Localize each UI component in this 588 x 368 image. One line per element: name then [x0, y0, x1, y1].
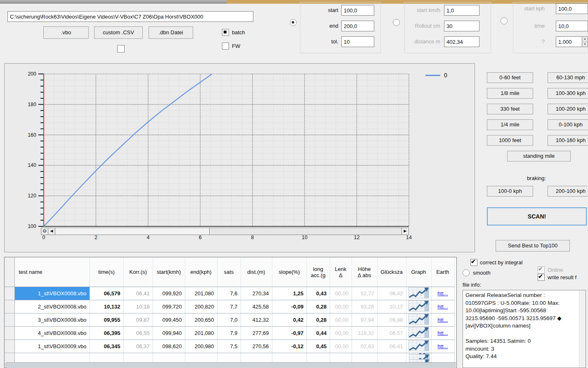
cell-glueck[interactable]: 10,17: [377, 300, 406, 313]
rollout-cm-input[interactable]: [444, 21, 479, 31]
cell-longacc[interactable]: 0,44: [307, 327, 330, 340]
cell-name[interactable]: 4_st\VBOX0008.vbo: [14, 327, 90, 340]
cell-time[interactable]: 06,395: [90, 327, 123, 340]
column-header-long-acc-g[interactable]: long acc.(g: [307, 257, 330, 287]
cell-lenk[interactable]: 00,00: [330, 300, 352, 313]
cell-korr[interactable]: 06,55: [123, 327, 153, 340]
quick-1000-feet-button[interactable]: 1000 feet: [487, 135, 533, 146]
graph-icon[interactable]: [409, 313, 429, 325]
cell-hoehe[interactable]: 02,63: [352, 340, 377, 353]
cell-slope[interactable]: 0,42: [272, 313, 307, 327]
quick-100-160-kph-button[interactable]: 100-160 kph: [548, 135, 588, 146]
cell-graph[interactable]: [406, 327, 431, 340]
cell-hoehe[interactable]: 93,28: [352, 300, 377, 313]
cell-name[interactable]: 2_st\VBOX0008.vbo: [14, 300, 90, 313]
quick-quarter-mile-button[interactable]: 1/4 mile: [487, 119, 533, 130]
column-header-graph[interactable]: Graph: [406, 257, 431, 287]
cell-graph[interactable]: [406, 287, 431, 300]
scan-button[interactable]: SCAN!: [487, 207, 587, 226]
start-input[interactable]: [341, 5, 374, 16]
quick-100-200-kph-button[interactable]: 100-200 kph: [548, 104, 588, 114]
distance-m-input[interactable]: [444, 36, 479, 47]
cell-glueck[interactable]: 09,88: [377, 313, 406, 327]
cell-lenk[interactable]: 00,00: [330, 313, 352, 327]
cell-start[interactable]: 099,940: [153, 327, 185, 340]
cell-time[interactable]: 06,579: [90, 287, 123, 300]
graph-icon[interactable]: [409, 287, 429, 299]
cell-korr[interactable]: 06,41: [123, 287, 153, 300]
column-header-slope-[interactable]: slope(%): [272, 257, 307, 287]
row-header-cell[interactable]: [5, 327, 14, 340]
tol-input[interactable]: [341, 36, 374, 47]
cell-start[interactable]: 099,720: [153, 300, 185, 313]
quick-eighth-mile-button[interactable]: 1/8 mile: [487, 88, 533, 99]
cell-end[interactable]: 201,080: [185, 287, 217, 300]
quick-60-130-mph-button[interactable]: 60-130 mph: [548, 72, 588, 83]
batch-checkbox[interactable]: [222, 29, 229, 36]
row-header-cell[interactable]: [5, 300, 14, 313]
spinner-up-icon[interactable]: ▲: [582, 37, 588, 42]
chart-scroll-left-button[interactable]: ◀: [48, 228, 55, 235]
cell-longacc[interactable]: 0,28: [307, 300, 330, 313]
cell-start[interactable]: 099,450: [153, 313, 185, 327]
start-kph-input[interactable]: [556, 3, 588, 14]
graph-icon[interactable]: [409, 300, 429, 312]
row-header-cell[interactable]: [5, 340, 14, 353]
column-header-end-kph-[interactable]: end(kph): [185, 257, 217, 287]
rollout-radio[interactable]: [393, 19, 400, 26]
graph-icon[interactable]: [409, 340, 429, 351]
smooth-radio[interactable]: [463, 269, 470, 276]
column-header-dist-m-[interactable]: dist.(m): [241, 257, 272, 287]
question-input[interactable]: [556, 36, 582, 47]
standing-mile-button[interactable]: standing mile: [507, 151, 571, 161]
cell-hoehe[interactable]: 118,32: [352, 327, 377, 340]
cell-dist[interactable]: 425,58: [241, 300, 272, 313]
cell-slope[interactable]: -0,09: [272, 300, 307, 313]
speed-range-radio[interactable]: [290, 19, 297, 26]
speed-chart-panel[interactable]: 10012014016018020002468101214 0 ⊖ ◀ ▶: [4, 63, 475, 252]
cell-hoehe[interactable]: 52,77: [352, 287, 377, 300]
cell-end[interactable]: 201,080: [185, 327, 217, 340]
cell-graph[interactable]: [406, 313, 431, 327]
cell-end[interactable]: 200,650: [185, 313, 217, 327]
chart-scroll-right-button[interactable]: ▶: [401, 228, 409, 235]
cell-name[interactable]: 1_st\VBOX0008.vbo: [14, 287, 90, 300]
question-spinner[interactable]: ▲ ▼: [582, 36, 588, 47]
cell-sats[interactable]: 7,6: [217, 287, 241, 300]
cell-start[interactable]: 098,620: [153, 340, 185, 353]
graph-icon[interactable]: [409, 327, 429, 338]
cell-graph[interactable]: [406, 300, 431, 313]
cell-lenk[interactable]: 00,00: [330, 340, 352, 353]
cell-longacc[interactable]: 0,43: [307, 287, 330, 300]
cell-lenk[interactable]: 00,00: [330, 287, 352, 300]
column-header-glücksza[interactable]: Glücksza: [377, 257, 406, 287]
chart-scrollbar-thumb[interactable]: [55, 228, 210, 235]
earth-link[interactable]: htt...: [437, 330, 448, 336]
cell-longacc[interactable]: 0,45: [307, 340, 330, 353]
dbn-datei-button[interactable]: .dbn Datei: [149, 26, 193, 39]
column-header-start-kmh-[interactable]: start(kmh): [153, 257, 185, 287]
column-header-sats[interactable]: sats: [217, 257, 241, 287]
quick-0-100-kph-button[interactable]: 0-100 kph: [548, 119, 588, 130]
cell-korr[interactable]: 09,87: [123, 313, 153, 327]
speed-chart[interactable]: 10012014016018020002468101214: [5, 64, 475, 252]
cell-longacc[interactable]: 0,28: [307, 313, 330, 327]
custom-csv-button[interactable]: custom .CSV: [94, 26, 143, 39]
cell-time[interactable]: 09,955: [90, 313, 123, 327]
cell-lenk[interactable]: 00,00: [330, 327, 352, 340]
file-info-box[interactable]: General ReleaseSerial number :010597GPS …: [463, 290, 586, 368]
cell-end[interactable]: 200,980: [185, 340, 217, 353]
cell-dist[interactable]: 412,32: [241, 313, 272, 327]
cell-dist[interactable]: 270,34: [241, 287, 272, 300]
fw-checkbox[interactable]: [222, 43, 229, 50]
cell-name[interactable]: 1_st\VBOX0009.vbo: [14, 340, 90, 353]
cell-dist[interactable]: 270,56: [241, 340, 272, 353]
column-header-lenk-[interactable]: Lenk Δ: [330, 257, 352, 287]
braking-100-0-kph-button[interactable]: 100-0 kph: [487, 186, 533, 197]
chart-zoom-out-button[interactable]: ⊖: [41, 228, 48, 235]
correct-by-integral-checkbox[interactable]: [470, 259, 477, 266]
row-header-cell[interactable]: [5, 287, 14, 300]
column-header-test-name[interactable]: test name: [14, 257, 90, 287]
cell-sats[interactable]: 7,5: [217, 340, 241, 353]
cell-slope[interactable]: -0,97: [272, 327, 307, 340]
